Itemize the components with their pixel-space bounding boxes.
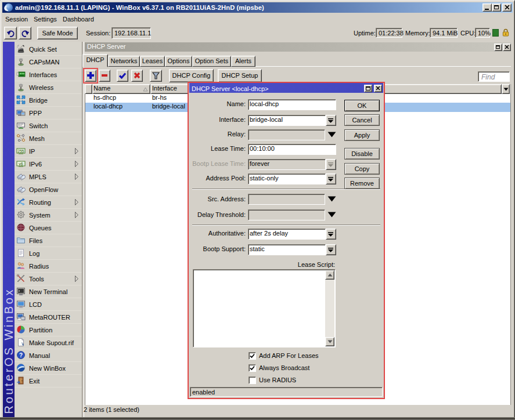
svg-text:255: 255 — [18, 149, 24, 153]
svg-text:v6: v6 — [19, 162, 23, 166]
svg-text:?: ? — [19, 352, 23, 359]
